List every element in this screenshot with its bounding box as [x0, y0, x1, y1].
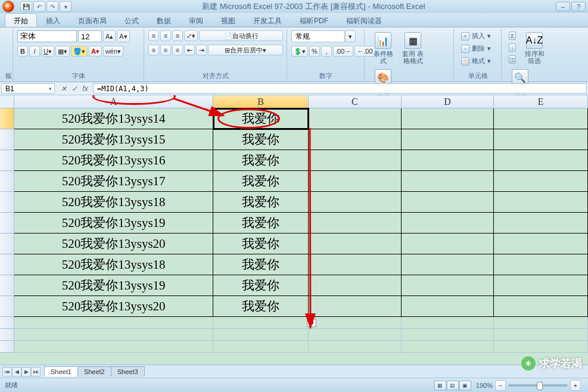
align-bottom-icon[interactable]: ≡ — [172, 30, 183, 41]
qat-more-icon[interactable]: ▾ — [60, 1, 71, 12]
row-header[interactable] — [0, 129, 14, 150]
comma-icon[interactable]: , — [321, 46, 332, 57]
cell-D7[interactable] — [402, 234, 494, 254]
cell-A9[interactable]: 520我爱你13ysys19 — [14, 275, 213, 296]
fill-color-button[interactable]: 🪣▾ — [71, 46, 88, 57]
row-header[interactable] — [0, 150, 14, 171]
orientation-icon[interactable]: ⤢▾ — [184, 30, 198, 41]
cell-B6[interactable]: 我爱你 — [213, 213, 309, 234]
font-size-select[interactable] — [78, 30, 102, 42]
name-box[interactable]: B1 — [1, 83, 55, 94]
cell-B1[interactable]: 我爱你 — [213, 108, 309, 129]
ribbon-tab-视图[interactable]: 视图 — [212, 13, 244, 27]
currency-icon[interactable]: 💲▾ — [291, 46, 308, 57]
cell-D6[interactable] — [402, 213, 494, 234]
cell-A6[interactable]: 520我爱你13ysys19 — [14, 213, 213, 234]
ribbon-tab-审阅[interactable]: 审阅 — [180, 13, 212, 27]
col-header-A[interactable]: A — [14, 95, 213, 108]
conditional-format-button[interactable]: 📊 条件格式 — [369, 30, 397, 66]
cell[interactable] — [494, 341, 588, 353]
help-button[interactable]: ? — [571, 2, 586, 11]
row-header[interactable] — [0, 275, 14, 296]
fx-icon[interactable]: fx — [80, 83, 91, 94]
col-header-E[interactable]: E — [494, 95, 588, 108]
cell-D1[interactable] — [402, 108, 494, 129]
cell[interactable] — [213, 317, 309, 329]
row-header[interactable] — [0, 317, 14, 329]
qat-redo-icon[interactable]: ↷ — [46, 1, 58, 12]
phonetic-button[interactable]: wén▾ — [103, 46, 123, 57]
cell[interactable] — [213, 341, 309, 353]
cell-B8[interactable]: 我爱你 — [213, 254, 309, 275]
cell[interactable] — [213, 329, 309, 341]
cell-B7[interactable]: 我爱你 — [213, 234, 309, 254]
cell-B4[interactable]: 我爱你 — [213, 171, 309, 192]
cell-A8[interactable]: 520我爱你13ysys18 — [14, 254, 213, 275]
cell-E4[interactable] — [494, 171, 588, 192]
cell-A3[interactable]: 520我爱你13ysys16 — [14, 150, 213, 171]
cell-A1[interactable]: 520我爱你13ysys14 — [14, 108, 213, 129]
indent-dec-icon[interactable]: ⇤ — [184, 45, 195, 55]
autofill-options-icon[interactable]: ▪▾ — [307, 319, 316, 327]
insert-cells-button[interactable]: +插入▾ — [458, 30, 494, 42]
cell[interactable] — [494, 317, 588, 329]
cell-E2[interactable] — [494, 129, 588, 150]
cell[interactable] — [14, 341, 213, 353]
row-header[interactable] — [0, 108, 14, 129]
cell-E9[interactable] — [494, 275, 588, 296]
minimize-button[interactable]: – — [556, 2, 570, 11]
cell-B5[interactable]: 我爱你 — [213, 192, 309, 213]
cell-A7[interactable]: 520我爱你13ysys20 — [14, 234, 213, 254]
decrease-font-icon[interactable]: A▾ — [117, 30, 129, 42]
cell-A10[interactable]: 520我爱你13ysys20 — [14, 296, 213, 317]
qat-save-icon[interactable]: 💾 — [20, 1, 32, 12]
align-right-icon[interactable]: ≡ — [172, 45, 183, 55]
align-top-icon[interactable]: ≡ — [148, 30, 159, 41]
qat-undo-icon[interactable]: ↶ — [33, 1, 45, 12]
wrap-text-button[interactable]: 📄 自动换行 — [199, 30, 283, 41]
office-button[interactable] — [2, 1, 14, 13]
enter-formula-icon[interactable]: ✓ — [69, 83, 80, 94]
row-header[interactable] — [0, 192, 14, 213]
cell-E5[interactable] — [494, 192, 588, 213]
sheet-tab-Sheet1[interactable]: Sheet1 — [44, 366, 78, 377]
cell-C5[interactable] — [309, 192, 402, 213]
sheet-nav-first-icon[interactable]: ⏮ — [2, 367, 12, 377]
cell-C10[interactable] — [309, 296, 402, 317]
cell[interactable] — [14, 329, 213, 341]
col-header-D[interactable]: D — [402, 95, 494, 108]
sheet-nav-prev-icon[interactable]: ◀ — [12, 367, 21, 377]
row-header[interactable] — [0, 234, 14, 254]
italic-button[interactable]: I — [29, 46, 40, 57]
indent-inc-icon[interactable]: ⇥ — [196, 45, 207, 55]
cell-D10[interactable] — [402, 296, 494, 317]
underline-button[interactable]: U▾ — [41, 46, 54, 57]
ribbon-tab-数据[interactable]: 数据 — [148, 13, 180, 27]
cell[interactable] — [14, 317, 213, 329]
cell-C3[interactable] — [309, 150, 402, 171]
delete-cells-button[interactable]: −删除▾ — [458, 43, 494, 54]
number-format-select[interactable] — [291, 30, 345, 42]
format-cells-button[interactable]: ⬜格式▾ — [458, 55, 494, 67]
cell-D3[interactable] — [402, 150, 494, 171]
row-header[interactable] — [0, 341, 14, 353]
cell-E8[interactable] — [494, 254, 588, 275]
cell[interactable] — [402, 317, 494, 329]
cell-E1[interactable] — [494, 108, 588, 129]
border-button[interactable]: ▦▾ — [55, 46, 70, 57]
inc-decimal-icon[interactable]: .00→ — [333, 46, 353, 57]
align-center-icon[interactable]: ≡ — [160, 45, 171, 55]
cell-D9[interactable] — [402, 275, 494, 296]
cell-E10[interactable] — [494, 296, 588, 317]
clear-button[interactable]: ◫ — [506, 54, 519, 65]
row-header[interactable] — [0, 329, 14, 341]
cell-C1[interactable] — [309, 108, 402, 129]
cell[interactable] — [309, 329, 402, 341]
ribbon-tab-页面布局[interactable]: 页面布局 — [69, 13, 116, 27]
cell[interactable] — [402, 341, 494, 353]
cell[interactable] — [494, 329, 588, 341]
zoom-out-button[interactable]: − — [495, 380, 506, 391]
bold-button[interactable]: B — [17, 46, 28, 57]
cell-C6[interactable] — [309, 213, 402, 234]
sheet-tab-Sheet2[interactable]: Sheet2 — [77, 366, 111, 377]
